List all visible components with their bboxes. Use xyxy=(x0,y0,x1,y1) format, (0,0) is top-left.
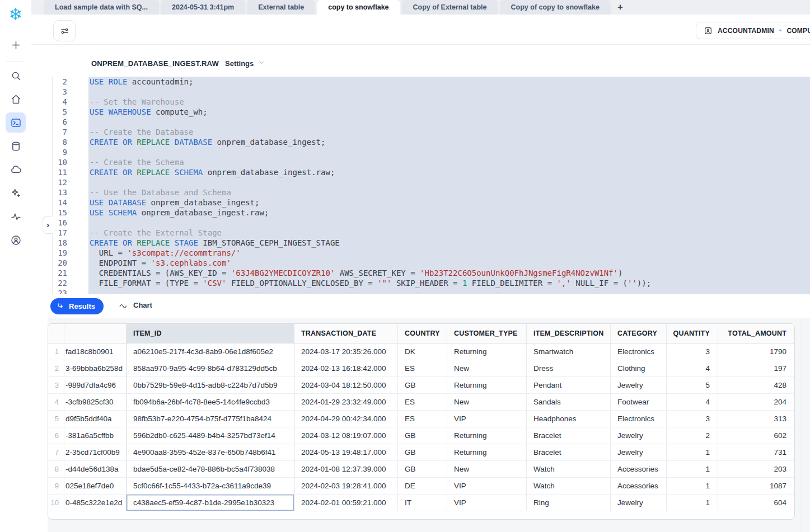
table-cell[interactable]: 4e900aa8-3595-452e-837e-650b748b6f41 xyxy=(127,444,294,460)
table-cell[interactable]: Jewelry xyxy=(611,444,667,460)
column-header-rownum[interactable] xyxy=(48,324,64,343)
table-cell[interactable]: Watch xyxy=(527,478,611,494)
table-cell[interactable]: Returning xyxy=(447,444,527,460)
table-cell[interactable]: 1087 xyxy=(718,478,794,494)
table-cell[interactable]: 2 xyxy=(667,427,718,444)
table-cell[interactable]: 98fb53b7-e220-4754-b75f-d775f1ba8424 xyxy=(127,411,294,427)
row-number[interactable]: 5 xyxy=(48,411,64,427)
editor-code[interactable]: USE ROLE accountadmin;-- Set the Warehou… xyxy=(90,77,810,294)
table-cell[interactable]: 0bb7529b-59e8-4d15-adb8-c224b7d7d5b9 xyxy=(127,377,294,393)
sql-editor[interactable]: 234567891011121314151617181920212223 USE… xyxy=(53,77,810,294)
column-header-customer_type[interactable]: CUSTOMER_TYPE xyxy=(447,324,527,343)
table-cell[interactable]: Dress xyxy=(527,360,611,376)
code-line[interactable]: CREATE OR REPLACE DATABASE onprem_databa… xyxy=(90,137,810,147)
table-cell[interactable]: 4 xyxy=(667,360,718,376)
table-cell[interactable]: 2024-03-04 18:12:50.000 xyxy=(294,377,398,393)
table-cell[interactable]: 2024-01-08 12:37:39.000 xyxy=(294,461,398,477)
code-line[interactable]: URL = 's3compat://ecommtrans/' xyxy=(90,248,810,258)
table-cell[interactable]: Jewelry xyxy=(611,377,667,393)
table-cell[interactable]: New xyxy=(447,394,527,410)
row-number[interactable]: 7 xyxy=(48,444,64,460)
table-cell[interactable]: Returning xyxy=(447,427,527,444)
column-header-category[interactable]: CATEGORY xyxy=(611,324,667,343)
code-line[interactable]: USE DATABASE onprem_database_ingest; xyxy=(90,197,810,208)
table-cell[interactable]: d9f5b5ddf40a xyxy=(64,411,127,427)
column-header-total_amount[interactable]: TOTAL_AMOUNT xyxy=(718,324,794,343)
shield-account-icon[interactable] xyxy=(6,230,26,250)
table-cell[interactable]: 4 xyxy=(667,394,718,410)
table-cell[interactable]: 2024-02-01 00:59:21.000 xyxy=(294,495,398,511)
tab-5[interactable]: Copy of copy to snowflake xyxy=(500,0,611,15)
code-line[interactable]: -- Set the Warehouse xyxy=(90,97,810,107)
row-number[interactable]: 10 xyxy=(48,495,64,511)
table-cell[interactable]: 2024-04-29 00:42:34.000 xyxy=(294,411,398,427)
column-header-hidden[interactable] xyxy=(64,324,127,343)
table-cell[interactable]: GB xyxy=(398,461,447,477)
row-number[interactable]: 8 xyxy=(48,461,64,477)
table-cell[interactable]: Returning xyxy=(447,377,527,393)
table-cell[interactable]: Watch xyxy=(527,461,611,477)
table-cell[interactable]: Bracelet xyxy=(527,444,611,460)
table-cell[interactable]: VIP xyxy=(447,495,527,511)
table-cell[interactable]: Sandals xyxy=(527,394,611,410)
table-cell[interactable]: 025e18ef7de0 xyxy=(64,478,127,494)
code-line[interactable]: -- Create the Database xyxy=(90,127,810,137)
table-cell[interactable]: 731 xyxy=(718,444,794,460)
table-cell[interactable]: 1 xyxy=(667,461,718,477)
table-cell[interactable]: -381a6a5cffbb xyxy=(64,427,127,444)
code-line[interactable]: CREDENTIALS = (AWS_KEY_ID = '63J4BG2YMEC… xyxy=(90,268,810,278)
table-cell[interactable]: ES xyxy=(398,394,447,410)
table-cell[interactable]: GB xyxy=(398,377,447,393)
table-cell[interactable]: 858aa970-9a95-4c99-8b64-d783129dd5cb xyxy=(127,360,294,376)
column-header-item_description[interactable]: ITEM_DESCRIPTION xyxy=(527,324,611,343)
table-cell[interactable]: 5cf0c66f-1c55-4433-b72a-c3611a9cde39 xyxy=(127,478,294,494)
tab-3[interactable]: copy to snowflake xyxy=(317,0,400,15)
table-cell[interactable]: fad18c8b0901 xyxy=(64,343,127,360)
code-line[interactable]: CREATE OR REPLACE STAGE IBM_STORAGE_CEPH… xyxy=(90,238,810,248)
tab-0[interactable]: Load sample data with SQ... xyxy=(44,0,159,15)
table-cell[interactable]: 313 xyxy=(718,411,794,427)
search-icon[interactable] xyxy=(6,65,26,86)
table-cell[interactable]: Accessories xyxy=(611,461,667,477)
table-cell[interactable]: 204 xyxy=(718,394,794,410)
column-header-country[interactable]: COUNTRY xyxy=(398,324,447,343)
results-tab-button[interactable]: Results xyxy=(50,298,104,314)
table-cell[interactable]: -3cfb9825cf30 xyxy=(64,394,127,410)
table-cell[interactable]: 3-69bbba6b258d xyxy=(64,360,127,376)
code-line[interactable]: -- Create the External Stage xyxy=(90,228,810,238)
table-cell[interactable]: 3 xyxy=(667,343,718,360)
table-cell[interactable]: Electronics xyxy=(611,343,667,360)
column-header-quantity[interactable]: QUANTITY xyxy=(667,324,718,343)
table-cell[interactable]: fb094b6a-26bf-4c78-8ee5-14c4fe9ccbd3 xyxy=(127,394,294,410)
row-number[interactable]: 9 xyxy=(48,478,64,494)
chart-tab-button[interactable]: Chart xyxy=(119,301,152,309)
code-line[interactable]: USE SCHEMA onprem_database_ingest.raw; xyxy=(90,208,810,218)
code-line[interactable]: FILE_FORMAT = (TYPE = 'CSV' FIELD_OPTION… xyxy=(90,278,810,288)
table-cell[interactable]: 1 xyxy=(667,495,718,511)
table-cell[interactable]: 602 xyxy=(718,427,794,444)
row-number[interactable]: 2 xyxy=(48,360,64,376)
table-cell[interactable]: New xyxy=(447,360,527,376)
table-cell[interactable]: 2024-05-13 19:48:17.000 xyxy=(294,444,398,460)
table-cell[interactable]: Smartwatch xyxy=(527,343,611,360)
table-cell[interactable]: 197 xyxy=(718,360,794,376)
tab-1[interactable]: 2024-05-31 3:41pm xyxy=(161,0,245,15)
table-cell[interactable]: Footwear xyxy=(611,394,667,410)
table-cell[interactable]: -989d7dfa4c96 xyxy=(64,377,127,393)
table-cell[interactable]: 1 xyxy=(667,478,718,494)
row-number[interactable]: 3 xyxy=(48,377,64,393)
table-cell[interactable]: 2024-02-03 19:28:41.000 xyxy=(294,478,398,494)
table-cell[interactable]: GB xyxy=(398,427,447,444)
table-cell[interactable]: VIP xyxy=(447,411,527,427)
plus-icon[interactable] xyxy=(6,35,26,55)
table-cell[interactable]: IT xyxy=(398,495,447,511)
table-cell[interactable]: bdae5d5a-ce82-4e78-886b-bc5a4f738038 xyxy=(127,461,294,477)
activity-icon[interactable] xyxy=(6,206,26,227)
table-cell[interactable]: 428 xyxy=(718,377,794,393)
code-line[interactable] xyxy=(90,117,810,127)
code-line[interactable] xyxy=(90,177,810,187)
table-cell[interactable]: 2024-03-12 08:19:07.000 xyxy=(294,427,398,444)
column-header-item_id[interactable]: ITEM_ID xyxy=(127,324,294,343)
table-cell[interactable]: Jewelry xyxy=(611,495,667,511)
database-icon[interactable] xyxy=(6,136,26,156)
